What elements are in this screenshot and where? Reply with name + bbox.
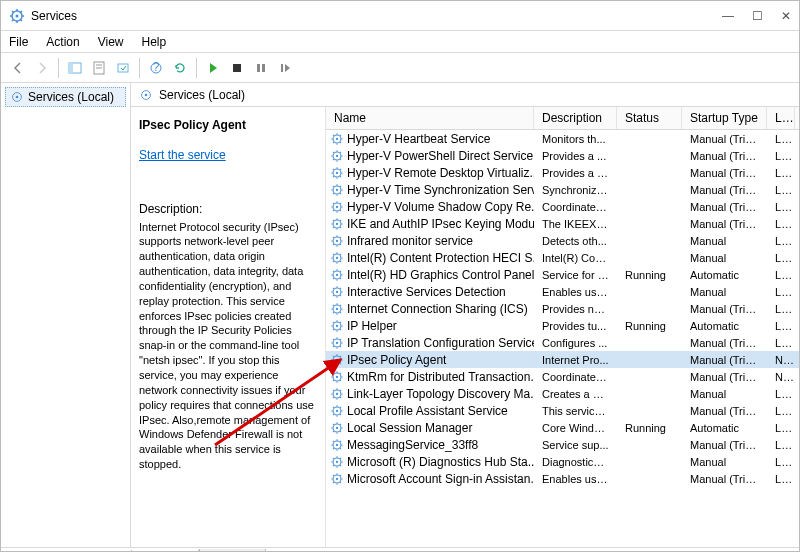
- service-row[interactable]: Infrared monitor serviceDetects oth...Ma…: [326, 232, 799, 249]
- svg-point-45: [336, 358, 338, 360]
- cell-logon: Loc: [767, 268, 795, 282]
- service-row[interactable]: Hyper-V PowerShell Direct ServiceProvide…: [326, 147, 799, 164]
- service-row[interactable]: Hyper-V Remote Desktop Virtualiz...Provi…: [326, 164, 799, 181]
- tree-pane: Services (Local): [1, 83, 131, 547]
- service-row[interactable]: Interactive Services DetectionEnables us…: [326, 283, 799, 300]
- main-body: Services (Local) Services (Local) IPsec …: [1, 83, 799, 548]
- detail-pane: IPsec Policy Agent Start the service Des…: [131, 107, 326, 547]
- service-row[interactable]: Link-Layer Topology Discovery Ma...Creat…: [326, 385, 799, 402]
- minimize-button[interactable]: —: [722, 9, 734, 23]
- service-row[interactable]: Hyper-V Volume Shadow Copy Re...Coordina…: [326, 198, 799, 215]
- service-row[interactable]: Intel(R) HD Graphics Control Panel...Ser…: [326, 266, 799, 283]
- col-header-status[interactable]: Status: [617, 107, 682, 129]
- col-header-startup[interactable]: Startup Type: [682, 107, 767, 129]
- service-row[interactable]: Local Session ManagerCore Windo...Runnin…: [326, 419, 799, 436]
- toolbar: ?: [1, 53, 799, 83]
- service-row[interactable]: Microsoft (R) Diagnostics Hub Sta...Diag…: [326, 453, 799, 470]
- gear-icon: [330, 353, 344, 367]
- cell-status: [617, 359, 682, 361]
- svg-point-19: [336, 137, 338, 139]
- cell-status: Running: [617, 268, 682, 282]
- maximize-button[interactable]: ☐: [752, 9, 763, 23]
- cell-logon: Loc: [767, 234, 795, 248]
- export-list-button[interactable]: [112, 57, 134, 79]
- toolbar-separator: [196, 58, 197, 78]
- col-header-name[interactable]: Name: [326, 107, 534, 129]
- cell-logon: Loc: [767, 166, 795, 180]
- cell-status: [617, 342, 682, 344]
- view-tabs: Extended Standard: [1, 548, 799, 552]
- svg-rect-11: [257, 64, 260, 72]
- properties-button[interactable]: [88, 57, 110, 79]
- service-row[interactable]: Microsoft Account Sign-in Assistan...Ena…: [326, 470, 799, 487]
- cell-description: Service sup...: [534, 438, 617, 452]
- service-row[interactable]: MessagingService_33ff8Service sup...Manu…: [326, 436, 799, 453]
- show-hide-tree-button[interactable]: [64, 57, 86, 79]
- pause-service-button[interactable]: [250, 57, 272, 79]
- menu-view[interactable]: View: [98, 35, 124, 49]
- cell-logon: Loc: [767, 472, 795, 486]
- cell-description: Detects oth...: [534, 234, 617, 248]
- start-service-button[interactable]: [202, 57, 224, 79]
- cell-startup: Manual (Trig...: [682, 336, 767, 350]
- service-row[interactable]: IP HelperProvides tu...RunningAutomaticL…: [326, 317, 799, 334]
- close-button[interactable]: ✕: [781, 9, 791, 23]
- cell-status: [617, 155, 682, 157]
- svg-point-27: [336, 205, 338, 207]
- cell-name: KtmRm for Distributed Transaction...: [326, 369, 534, 385]
- cell-description: Intel(R) Con...: [534, 251, 617, 265]
- service-row[interactable]: Hyper-V Heartbeat ServiceMonitors th...M…: [326, 130, 799, 147]
- service-row[interactable]: IPsec Policy AgentInternet Pro...Manual …: [326, 351, 799, 368]
- cell-logon: Loc: [767, 455, 795, 469]
- cell-status: [617, 461, 682, 463]
- cell-status: [617, 291, 682, 293]
- gear-icon: [330, 234, 344, 248]
- cell-name: Hyper-V Heartbeat Service: [326, 131, 534, 147]
- service-row[interactable]: IP Translation Configuration ServiceConf…: [326, 334, 799, 351]
- service-row[interactable]: Intel(R) Content Protection HECI S...Int…: [326, 249, 799, 266]
- cell-status: [617, 223, 682, 225]
- cell-name: Hyper-V Remote Desktop Virtualiz...: [326, 165, 534, 181]
- service-row[interactable]: Local Profile Assistant ServiceThis serv…: [326, 402, 799, 419]
- gear-icon: [330, 285, 344, 299]
- svg-point-47: [336, 375, 338, 377]
- cell-logon: Loc: [767, 421, 795, 435]
- cell-startup: Manual (Trig...: [682, 302, 767, 316]
- start-service-link[interactable]: Start the service: [139, 147, 226, 163]
- gear-icon: [330, 183, 344, 197]
- back-button[interactable]: [7, 57, 29, 79]
- menu-action[interactable]: Action: [46, 35, 79, 49]
- service-rows[interactable]: Hyper-V Heartbeat ServiceMonitors th...M…: [326, 130, 799, 547]
- menu-file[interactable]: File: [9, 35, 28, 49]
- svg-rect-12: [262, 64, 265, 72]
- cell-name: Intel(R) Content Protection HECI S...: [326, 250, 534, 266]
- service-row[interactable]: KtmRm for Distributed Transaction...Coor…: [326, 368, 799, 385]
- svg-point-37: [336, 290, 338, 292]
- cell-startup: Manual (Trig...: [682, 353, 767, 367]
- col-header-logon[interactable]: Log: [767, 107, 795, 129]
- refresh-button[interactable]: [169, 57, 191, 79]
- cell-status: [617, 206, 682, 208]
- help-button[interactable]: ?: [145, 57, 167, 79]
- forward-button[interactable]: [31, 57, 53, 79]
- tree-item-services-local[interactable]: Services (Local): [5, 87, 126, 107]
- restart-service-button[interactable]: [274, 57, 296, 79]
- cell-description: Service for I...: [534, 268, 617, 282]
- cell-startup: Manual (Trig...: [682, 472, 767, 486]
- cell-logon: Net: [767, 370, 795, 384]
- menu-help[interactable]: Help: [142, 35, 167, 49]
- cell-description: This service ...: [534, 404, 617, 418]
- cell-description: The IKEEXT ...: [534, 217, 617, 231]
- svg-point-15: [16, 96, 19, 99]
- cell-status: Running: [617, 319, 682, 333]
- service-row[interactable]: IKE and AuthIP IPsec Keying Modu...The I…: [326, 215, 799, 232]
- service-row[interactable]: Hyper-V Time Synchronization Serv...Sync…: [326, 181, 799, 198]
- service-row[interactable]: Internet Connection Sharing (ICS)Provide…: [326, 300, 799, 317]
- col-header-description[interactable]: Description: [534, 107, 617, 129]
- stop-service-button[interactable]: [226, 57, 248, 79]
- cell-description: Synchronize...: [534, 183, 617, 197]
- cell-description: Coordinates...: [534, 200, 617, 214]
- cell-description: Provides a p...: [534, 166, 617, 180]
- cell-logon: Loc: [767, 217, 795, 231]
- cell-status: [617, 478, 682, 480]
